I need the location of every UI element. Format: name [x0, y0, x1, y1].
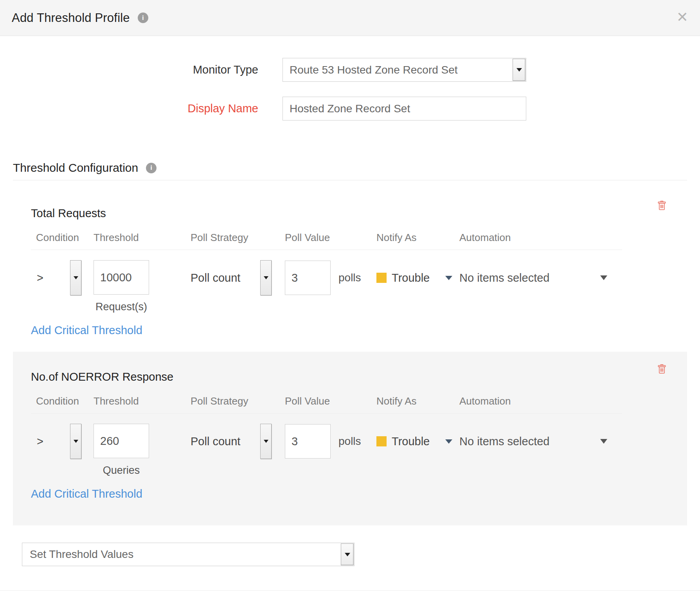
- threshold-input[interactable]: [94, 424, 149, 458]
- display-name-row: Display Name: [0, 97, 700, 121]
- threshold-unit: Queries: [94, 464, 149, 477]
- delete-metric-button[interactable]: [657, 200, 667, 210]
- add-critical-threshold-link[interactable]: Add Critical Threshold: [31, 487, 142, 500]
- automation-value: No items selected: [459, 435, 550, 448]
- col-notify-as: Notify As: [376, 232, 459, 244]
- threshold-input[interactable]: [94, 260, 149, 295]
- info-icon[interactable]: i: [138, 13, 148, 23]
- automation-select[interactable]: No items selected: [459, 424, 622, 459]
- poll-value-input[interactable]: [285, 424, 331, 459]
- trouble-status-swatch: [376, 273, 387, 283]
- monitor-type-value: Route 53 Hosted Zone Record Set: [283, 64, 512, 76]
- threshold-table-header: Condition Threshold Poll Strategy Poll V…: [31, 232, 622, 250]
- chevron-down-icon: [264, 276, 268, 279]
- col-poll-value: Poll Value: [285, 395, 376, 407]
- threshold-cell: Request(s): [94, 260, 191, 313]
- condition-select[interactable]: >: [31, 260, 94, 295]
- col-poll-value: Poll Value: [285, 232, 376, 244]
- chevron-down-icon[interactable]: [445, 276, 452, 280]
- add-critical-threshold-link[interactable]: Add Critical Threshold: [31, 324, 142, 337]
- col-poll-strategy: Poll Strategy: [191, 395, 285, 407]
- dialog-title: Add Threshold Profile: [12, 11, 130, 25]
- col-condition: Condition: [31, 232, 94, 244]
- condition-dropdown-button[interactable]: [70, 424, 81, 459]
- threshold-row: > Request(s) Poll count polls: [31, 260, 622, 313]
- set-threshold-values-label: Set Threshold Values: [22, 548, 340, 561]
- display-name-box: [283, 97, 526, 121]
- condition-dropdown-button[interactable]: [70, 260, 81, 295]
- col-poll-strategy: Poll Strategy: [191, 232, 285, 244]
- col-threshold: Threshold: [94, 232, 191, 244]
- poll-strategy-value: Poll count: [191, 272, 240, 284]
- metric-title: Total Requests: [13, 207, 687, 220]
- chevron-down-icon[interactable]: [445, 439, 452, 444]
- poll-strategy-dropdown-button[interactable]: [260, 424, 272, 459]
- notify-as-select[interactable]: Trouble: [376, 260, 459, 295]
- display-name-label: Display Name: [0, 102, 258, 115]
- dialog-header: Add Threshold Profile i ✕: [0, 0, 700, 36]
- col-threshold: Threshold: [94, 395, 191, 407]
- threshold-unit: Request(s): [94, 301, 149, 313]
- automation-value: No items selected: [459, 272, 550, 284]
- monitor-type-select[interactable]: Route 53 Hosted Zone Record Set: [283, 58, 526, 82]
- col-condition: Condition: [31, 395, 94, 407]
- poll-value-input[interactable]: [285, 261, 331, 295]
- section-divider: [13, 180, 687, 180]
- chevron-down-icon: [74, 276, 78, 279]
- poll-unit-label: polls: [338, 435, 361, 448]
- col-automation: Automation: [459, 232, 622, 244]
- set-threshold-values-select[interactable]: Set Threshold Values: [22, 543, 354, 566]
- monitor-type-row: Monitor Type Route 53 Hosted Zone Record…: [0, 58, 700, 82]
- condition-select[interactable]: >: [31, 424, 94, 459]
- threshold-table: Condition Threshold Poll Strategy Poll V…: [31, 395, 622, 477]
- monitor-type-dropdown-button[interactable]: [513, 59, 525, 81]
- notify-as-select[interactable]: Trouble: [376, 424, 459, 459]
- col-automation: Automation: [459, 395, 622, 407]
- chevron-down-icon: [345, 553, 350, 556]
- notify-as-value: Trouble: [392, 272, 430, 284]
- poll-strategy-dropdown-button[interactable]: [260, 260, 272, 295]
- chevron-down-icon[interactable]: [600, 275, 607, 280]
- condition-value: >: [37, 272, 43, 284]
- info-icon[interactable]: i: [146, 163, 157, 173]
- poll-value-cell: polls: [285, 260, 376, 295]
- delete-metric-button[interactable]: [657, 363, 667, 374]
- notify-as-value: Trouble: [392, 435, 430, 448]
- automation-select[interactable]: No items selected: [459, 260, 622, 295]
- threshold-table: Condition Threshold Poll Strategy Poll V…: [31, 232, 622, 313]
- poll-unit-label: polls: [338, 272, 361, 284]
- section-title: Threshold Configuration: [13, 161, 138, 174]
- chevron-down-icon: [264, 440, 268, 443]
- poll-strategy-select[interactable]: Poll count: [191, 260, 285, 295]
- poll-value-cell: polls: [285, 424, 376, 459]
- col-notify-as: Notify As: [376, 395, 459, 407]
- metric-block-noerror-response: No.of NOERROR Response Condition Thresho…: [13, 352, 687, 525]
- chevron-down-icon: [516, 68, 522, 72]
- trash-icon: [657, 363, 667, 374]
- poll-strategy-value: Poll count: [191, 435, 240, 448]
- trouble-status-swatch: [376, 436, 387, 446]
- footer-divider: [0, 590, 700, 591]
- threshold-table-header: Condition Threshold Poll Strategy Poll V…: [31, 395, 622, 414]
- condition-value: >: [37, 435, 43, 448]
- close-icon[interactable]: ✕: [677, 10, 688, 24]
- display-name-field[interactable]: [283, 97, 526, 120]
- metric-block-total-requests: Total Requests Condition Threshold Poll …: [13, 188, 687, 349]
- threshold-cell: Queries: [94, 424, 191, 477]
- monitor-type-label: Monitor Type: [0, 63, 258, 76]
- trash-icon: [657, 200, 667, 210]
- set-threshold-dropdown-button[interactable]: [341, 543, 354, 565]
- threshold-row: > Queries Poll count polls: [31, 424, 622, 477]
- poll-strategy-select[interactable]: Poll count: [191, 424, 285, 459]
- threshold-configuration-header: Threshold Configuration i: [13, 161, 700, 174]
- chevron-down-icon: [74, 440, 78, 443]
- metric-title: No.of NOERROR Response: [13, 371, 687, 383]
- chevron-down-icon[interactable]: [600, 439, 607, 444]
